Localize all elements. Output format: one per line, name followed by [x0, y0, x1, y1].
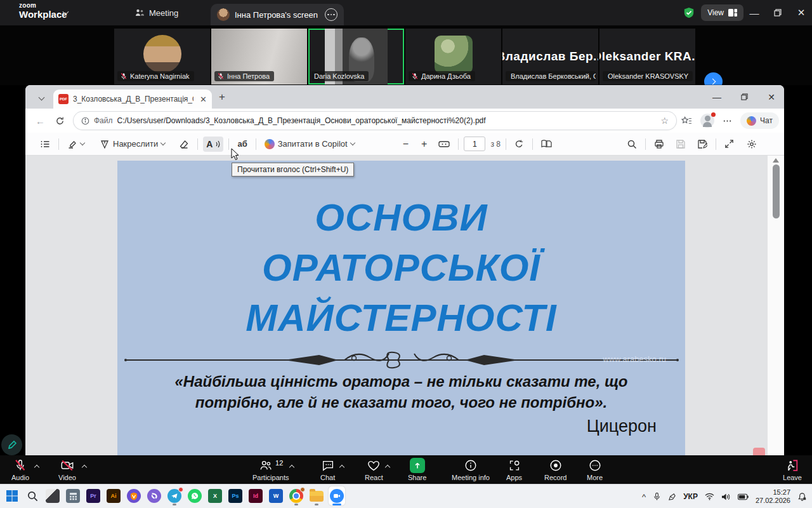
scrollbar-track[interactable] [768, 156, 784, 455]
search-document-button[interactable] [624, 137, 640, 152]
pdf-settings-button[interactable] [743, 137, 760, 152]
participant-tile-active-speaker[interactable]: Daria Kozlovska [308, 29, 404, 84]
taskbar-antivirus[interactable] [126, 486, 142, 505]
audio-options-caret[interactable] [34, 465, 39, 470]
browser-restore-button[interactable] [731, 85, 757, 109]
annotate-button[interactable] [1, 434, 22, 455]
browser-minimize-button[interactable]: — [704, 85, 730, 109]
scrollbar-thumb[interactable] [773, 164, 780, 218]
draw-button[interactable]: Накреслити [96, 137, 168, 152]
tray-expand-icon[interactable]: ^ [642, 492, 646, 502]
participants-options-caret[interactable] [289, 465, 294, 470]
fullscreen-button[interactable] [721, 137, 737, 151]
taskbar-word[interactable]: W [268, 486, 284, 505]
page-view-button[interactable] [538, 137, 555, 151]
battery-icon[interactable] [738, 493, 749, 500]
leave-button[interactable]: Leave [783, 458, 802, 481]
tab-options-icon[interactable] [325, 8, 337, 21]
tab-screen-share[interactable]: Інна Петрова's screen [211, 4, 344, 25]
video-button[interactable]: Video [58, 458, 76, 481]
print-button[interactable] [651, 137, 667, 152]
taskbar-excel[interactable]: X [207, 486, 223, 505]
clock[interactable]: 15:27 27.02.2026 [756, 488, 790, 505]
tab-search-button[interactable] [33, 90, 49, 105]
ask-copilot-button[interactable]: Запитати в Copilot [261, 137, 358, 152]
new-tab-button[interactable]: + [219, 91, 225, 102]
favorite-star-icon[interactable]: ☆ [660, 116, 669, 126]
language-indicator[interactable]: УКР [683, 492, 698, 501]
browser-menu-icon[interactable] [723, 116, 732, 126]
taskbar-app-dark[interactable] [44, 486, 61, 505]
chat-options-caret[interactable] [339, 465, 344, 470]
participant-tile[interactable]: Дарина Дзьоба [405, 29, 501, 84]
participant-tile[interactable]: Владислав Бер... Владислав Берковський, … [502, 29, 598, 84]
wifi-icon[interactable] [705, 493, 714, 500]
pdf-file-icon: PDF [58, 94, 69, 104]
meeting-info-button[interactable]: Meeting info [452, 458, 490, 481]
taskbar-whatsapp[interactable] [187, 486, 203, 505]
zoom-out-button[interactable]: − [400, 136, 412, 152]
taskbar-viber[interactable] [146, 486, 162, 505]
erase-button[interactable] [176, 137, 192, 152]
address-bar[interactable]: Файл C:/Users/user/Downloads/3_Козловськ… [74, 112, 676, 130]
refresh-icon[interactable] [55, 116, 65, 126]
window-restore-button[interactable] [767, 0, 789, 25]
window-close-button[interactable]: ✕ [790, 0, 812, 25]
taskbar-indesign[interactable]: Id [247, 486, 264, 505]
browser-tab-active[interactable]: PDF 3_Козловська_Д_В_Презентація_О ✕ [53, 90, 212, 109]
back-icon[interactable]: ← [36, 116, 45, 126]
favorites-list-icon[interactable] [681, 116, 692, 126]
participant-tile[interactable]: Kateryna Nagirniak [114, 29, 210, 84]
record-button[interactable]: Record [544, 458, 566, 481]
read-aloud-button[interactable]: A [203, 137, 223, 152]
participant-tile[interactable]: Oleksander KRA... Oleksander KRASOVSKY [599, 29, 695, 84]
participant-tile[interactable]: Інна Петрова [211, 29, 307, 84]
window-minimize-button[interactable]: — [743, 0, 765, 25]
zoom-in-button[interactable]: + [418, 136, 430, 152]
notification-bell-icon[interactable] [797, 492, 807, 502]
video-options-caret[interactable] [82, 465, 87, 470]
toc-button[interactable] [37, 137, 53, 152]
share-button[interactable]: Share [408, 458, 426, 481]
tray-pen-icon[interactable] [668, 493, 676, 501]
fit-width-button[interactable] [435, 137, 453, 151]
hidden-floating-control[interactable] [753, 448, 765, 455]
react-button[interactable]: React [365, 458, 383, 481]
tray-mic-icon[interactable] [653, 492, 661, 501]
speaker-icon[interactable] [721, 493, 731, 501]
save-as-button[interactable] [694, 137, 710, 152]
taskbar-search-button[interactable] [24, 486, 41, 505]
separator [506, 138, 506, 150]
taskbar-photoshop[interactable]: Ps [227, 486, 244, 505]
copilot-chat-button[interactable]: Чат [740, 112, 779, 129]
pdf-viewport[interactable]: ОСНОВИ ОРАТОРСЬКОЇ МАЙСТЕРНОСТІ «На [25, 156, 784, 455]
page-info-icon[interactable] [81, 117, 89, 125]
apps-button[interactable]: Apps [506, 458, 522, 481]
tab-meeting[interactable]: Meeting [134, 0, 178, 25]
taskbar-zoom-active[interactable] [329, 486, 345, 505]
viber-icon [147, 489, 161, 503]
browser-close-button[interactable]: ✕ [759, 85, 784, 109]
audio-button[interactable]: Audio [11, 458, 29, 481]
start-button[interactable] [4, 486, 20, 505]
more-button[interactable]: More [587, 458, 603, 481]
save-button-disabled[interactable] [672, 137, 689, 152]
security-shield-icon[interactable] [683, 7, 695, 18]
scrollbar-up-arrow[interactable] [773, 158, 779, 163]
rotate-button[interactable] [511, 137, 527, 151]
tab-close-icon[interactable]: ✕ [200, 95, 207, 104]
react-options-caret[interactable] [385, 465, 390, 470]
taskbar-telegram[interactable] [166, 486, 183, 505]
profile-avatar[interactable] [700, 114, 714, 128]
taskbar-calculator[interactable] [65, 486, 81, 505]
page-number-input[interactable]: 1 [464, 137, 485, 151]
taskbar-premiere[interactable]: Pr [85, 486, 102, 505]
participants-icon [258, 458, 273, 472]
view-button[interactable]: View [701, 4, 743, 21]
taskbar-file-explorer[interactable] [308, 486, 325, 505]
chat-button[interactable]: Chat [320, 458, 335, 481]
participants-button[interactable]: 12 Participants [252, 458, 289, 481]
taskbar-illustrator[interactable]: Ai [105, 486, 122, 505]
highlight-button[interactable] [64, 137, 88, 152]
taskbar-chrome[interactable] [288, 486, 304, 505]
